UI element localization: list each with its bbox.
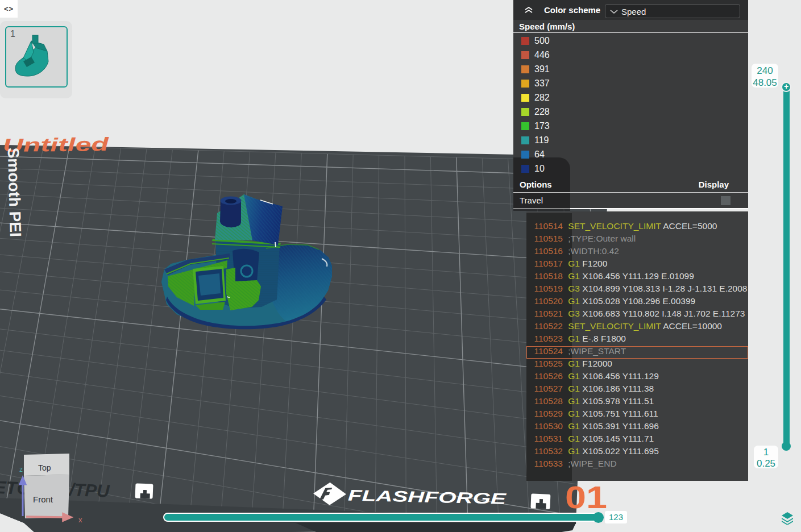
svg-text:FLASHFORGE: FLASHFORGE bbox=[348, 487, 507, 508]
svg-text:Top: Top bbox=[38, 463, 51, 472]
svg-text:Front: Front bbox=[33, 494, 53, 504]
svg-text:/TPU: /TPU bbox=[68, 480, 111, 501]
svg-text:Smooth PEI: Smooth PEI bbox=[5, 147, 24, 237]
svg-text:x: x bbox=[78, 516, 82, 524]
svg-text:z: z bbox=[19, 466, 23, 473]
svg-text:01: 01 bbox=[565, 480, 607, 515]
